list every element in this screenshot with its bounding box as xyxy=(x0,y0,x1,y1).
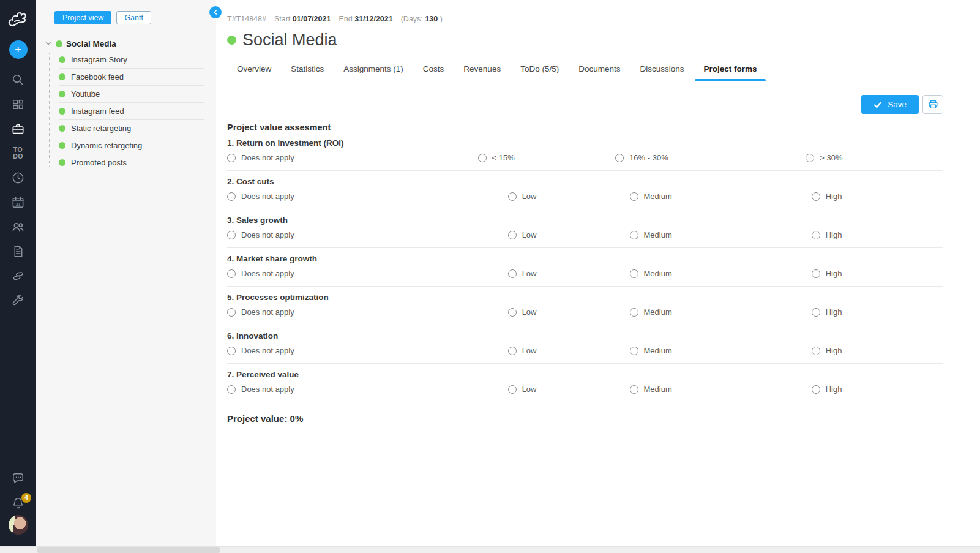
calendar-icon[interactable]: 31 xyxy=(0,190,36,214)
tree-item[interactable]: Dynamic retargeting xyxy=(59,137,204,154)
scrollbar-thumb[interactable] xyxy=(37,547,220,553)
radio-option[interactable]: Does not apply xyxy=(227,192,508,201)
radio-circle-icon[interactable] xyxy=(508,347,517,355)
tree-item[interactable]: Instagram feed xyxy=(59,103,204,120)
tab[interactable]: Discussions xyxy=(630,58,694,81)
radio-option[interactable]: Does not apply xyxy=(227,385,508,394)
todo-nav-label[interactable]: TO DO xyxy=(13,141,23,165)
radio-circle-icon[interactable] xyxy=(508,269,517,278)
radio-circle-icon[interactable] xyxy=(615,154,624,162)
radio-circle-icon[interactable] xyxy=(478,154,487,162)
document-icon[interactable] xyxy=(0,239,36,263)
radio-circle-icon[interactable] xyxy=(812,192,820,201)
radio-circle-icon[interactable] xyxy=(227,269,236,278)
radio-circle-icon[interactable] xyxy=(812,347,820,355)
print-button[interactable] xyxy=(922,95,943,114)
tab[interactable]: Statistics xyxy=(281,58,334,81)
briefcase-icon[interactable] xyxy=(0,116,36,141)
tree-item[interactable]: Youtube xyxy=(59,86,204,103)
tab[interactable]: ToDo (5/5) xyxy=(511,58,569,81)
radio-circle-icon[interactable] xyxy=(227,385,236,394)
radio-option[interactable]: > 30% xyxy=(806,153,943,162)
radio-option[interactable]: Low xyxy=(508,346,630,355)
radio-option[interactable]: Low xyxy=(508,192,630,201)
radio-circle-icon[interactable] xyxy=(630,269,638,278)
search-icon[interactable] xyxy=(0,67,36,92)
radio-circle-icon[interactable] xyxy=(806,154,814,162)
save-button[interactable]: Save xyxy=(861,95,919,114)
avatar[interactable] xyxy=(9,515,28,535)
radio-option[interactable]: Does not apply xyxy=(227,230,508,239)
radio-circle-icon[interactable] xyxy=(630,347,638,355)
radio-option[interactable]: High xyxy=(812,346,943,355)
radio-circle-icon[interactable] xyxy=(630,192,638,201)
radio-circle-icon[interactable] xyxy=(227,308,236,317)
tab[interactable]: Assignments (1) xyxy=(334,58,413,81)
radio-option[interactable]: Low xyxy=(508,307,630,317)
radio-circle-icon[interactable] xyxy=(630,385,638,394)
radio-option[interactable]: Medium xyxy=(630,346,812,355)
radio-circle-icon[interactable] xyxy=(630,308,638,317)
radio-option[interactable]: High xyxy=(812,307,943,317)
radio-circle-icon[interactable] xyxy=(227,192,236,201)
radio-option[interactable]: < 15% xyxy=(478,153,616,162)
radio-option[interactable]: 16% - 30% xyxy=(615,153,806,162)
radio-circle-icon[interactable] xyxy=(227,231,236,239)
tree-item[interactable]: Instagram Story xyxy=(59,51,204,69)
coins-icon[interactable] xyxy=(0,263,36,288)
tab[interactable]: Project forms xyxy=(694,58,766,81)
dashboard-icon[interactable] xyxy=(0,92,36,116)
status-dot-icon xyxy=(59,91,65,97)
clock-icon[interactable] xyxy=(0,165,36,190)
tree-item[interactable]: Static retargeting xyxy=(59,120,204,137)
gantt-button[interactable]: Gantt xyxy=(116,11,151,24)
tree-item[interactable]: Promoted posts xyxy=(59,154,204,171)
horizontal-scrollbar[interactable] xyxy=(0,546,980,553)
radio-option[interactable]: Does not apply xyxy=(227,307,508,317)
radio-option-label: Medium xyxy=(644,307,672,317)
radio-option[interactable]: Does not apply xyxy=(227,269,508,278)
radio-option[interactable]: Does not apply xyxy=(227,346,508,355)
tab[interactable]: Costs xyxy=(413,58,454,81)
radio-option[interactable]: Does not apply xyxy=(227,153,478,162)
tab[interactable]: Revenues xyxy=(454,58,511,81)
chevron-down-icon[interactable] xyxy=(45,40,52,47)
radio-circle-icon[interactable] xyxy=(508,308,517,317)
tree-root-social-media[interactable]: Social Media xyxy=(45,37,216,50)
radio-option[interactable]: High xyxy=(812,230,943,239)
add-button[interactable]: + xyxy=(9,40,28,59)
radio-option[interactable]: Medium xyxy=(630,269,812,278)
app-logo-hand-icon[interactable] xyxy=(6,5,31,33)
radio-option[interactable]: High xyxy=(812,385,943,394)
radio-option[interactable]: Medium xyxy=(630,192,812,201)
radio-circle-icon[interactable] xyxy=(227,154,236,162)
radio-option[interactable]: Low xyxy=(508,269,630,278)
radio-circle-icon[interactable] xyxy=(812,269,820,278)
radio-circle-icon[interactable] xyxy=(508,231,517,239)
radio-circle-icon[interactable] xyxy=(812,308,820,317)
radio-option[interactable]: Medium xyxy=(630,307,812,317)
radio-circle-icon[interactable] xyxy=(508,192,517,201)
radio-option[interactable]: High xyxy=(812,269,943,278)
radio-option[interactable]: High xyxy=(812,192,943,201)
radio-circle-icon[interactable] xyxy=(630,231,638,239)
radio-option-label: Does not apply xyxy=(241,385,294,394)
radio-option-label: < 15% xyxy=(492,153,515,162)
tab[interactable]: Overview xyxy=(227,58,281,81)
radio-option[interactable]: Low xyxy=(508,385,630,394)
tab[interactable]: Documents xyxy=(569,58,630,81)
bell-icon[interactable]: 4 xyxy=(0,491,36,515)
radio-circle-icon[interactable] xyxy=(812,231,820,239)
chat-icon[interactable] xyxy=(0,466,36,491)
radio-circle-icon[interactable] xyxy=(812,385,820,394)
tree-item[interactable]: Facebook feed xyxy=(59,69,204,86)
radio-circle-icon[interactable] xyxy=(508,385,517,394)
project-view-button[interactable]: Project view xyxy=(54,11,111,24)
radio-option[interactable]: Medium xyxy=(630,385,812,394)
people-icon[interactable] xyxy=(0,214,36,239)
radio-option[interactable]: Low xyxy=(508,230,630,239)
radio-option[interactable]: Medium xyxy=(630,230,812,239)
collapse-sidebar-button[interactable] xyxy=(209,6,222,18)
radio-circle-icon[interactable] xyxy=(227,347,236,355)
wrench-icon[interactable] xyxy=(0,288,36,312)
